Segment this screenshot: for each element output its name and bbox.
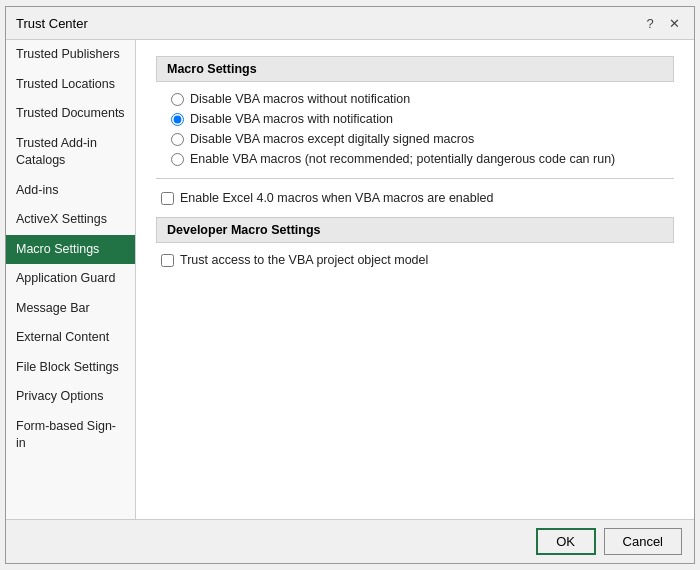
radio-enable-all[interactable] bbox=[171, 153, 184, 166]
sidebar-item-message-bar[interactable]: Message Bar bbox=[6, 294, 135, 324]
sidebar-item-privacy-options[interactable]: Privacy Options bbox=[6, 382, 135, 412]
sidebar-item-add-ins[interactable]: Add-ins bbox=[6, 176, 135, 206]
trust-access-checkbox-item: Trust access to the VBA project object m… bbox=[161, 253, 674, 267]
sidebar: Trusted PublishersTrusted LocationsTrust… bbox=[6, 40, 136, 519]
title-bar: Trust Center ? ✕ bbox=[6, 7, 694, 40]
radio-label-1[interactable]: Disable VBA macros without notification bbox=[190, 92, 410, 106]
dialog-title: Trust Center bbox=[16, 16, 88, 31]
sidebar-item-file-block-settings[interactable]: File Block Settings bbox=[6, 353, 135, 383]
trust-access-checkbox[interactable] bbox=[161, 254, 174, 267]
dialog-body: Trusted PublishersTrusted LocationsTrust… bbox=[6, 40, 694, 519]
developer-macro-header: Developer Macro Settings bbox=[156, 217, 674, 243]
excel-macro-checkbox-item: Enable Excel 4.0 macros when VBA macros … bbox=[161, 191, 674, 205]
radio-item-4: Enable VBA macros (not recommended; pote… bbox=[171, 152, 674, 166]
radio-item-2: Disable VBA macros with notification bbox=[171, 112, 674, 126]
radio-label-3[interactable]: Disable VBA macros except digitally sign… bbox=[190, 132, 474, 146]
radio-label-4[interactable]: Enable VBA macros (not recommended; pote… bbox=[190, 152, 615, 166]
radio-item-1: Disable VBA macros without notification bbox=[171, 92, 674, 106]
radio-item-3: Disable VBA macros except digitally sign… bbox=[171, 132, 674, 146]
excel-macro-label[interactable]: Enable Excel 4.0 macros when VBA macros … bbox=[180, 191, 493, 205]
sidebar-item-external-content[interactable]: External Content bbox=[6, 323, 135, 353]
sidebar-item-trusted-publishers[interactable]: Trusted Publishers bbox=[6, 40, 135, 70]
trust-center-dialog: Trust Center ? ✕ Trusted PublishersTrust… bbox=[5, 6, 695, 564]
macro-settings-header: Macro Settings bbox=[156, 56, 674, 82]
sidebar-item-activex-settings[interactable]: ActiveX Settings bbox=[6, 205, 135, 235]
radio-label-2[interactable]: Disable VBA macros with notification bbox=[190, 112, 393, 126]
dialog-footer: OK Cancel bbox=[6, 519, 694, 563]
sidebar-item-trusted-add-in-catalogs[interactable]: Trusted Add-in Catalogs bbox=[6, 129, 135, 176]
divider-1 bbox=[156, 178, 674, 179]
sidebar-item-trusted-documents[interactable]: Trusted Documents bbox=[6, 99, 135, 129]
excel-macro-checkbox[interactable] bbox=[161, 192, 174, 205]
sidebar-item-macro-settings[interactable]: Macro Settings bbox=[6, 235, 135, 265]
main-content: Macro Settings Disable VBA macros withou… bbox=[136, 40, 694, 519]
cancel-button[interactable]: Cancel bbox=[604, 528, 682, 555]
sidebar-item-application-guard[interactable]: Application Guard bbox=[6, 264, 135, 294]
radio-disable-no-notify[interactable] bbox=[171, 93, 184, 106]
radio-disable-notify[interactable] bbox=[171, 113, 184, 126]
title-bar-controls: ? ✕ bbox=[640, 13, 684, 33]
macro-radio-group: Disable VBA macros without notification … bbox=[171, 92, 674, 166]
sidebar-item-trusted-locations[interactable]: Trusted Locations bbox=[6, 70, 135, 100]
sidebar-item-form-based-sign-in[interactable]: Form-based Sign-in bbox=[6, 412, 135, 459]
close-button[interactable]: ✕ bbox=[664, 13, 684, 33]
help-button[interactable]: ? bbox=[640, 13, 660, 33]
trust-access-label[interactable]: Trust access to the VBA project object m… bbox=[180, 253, 428, 267]
radio-disable-signed[interactable] bbox=[171, 133, 184, 146]
ok-button[interactable]: OK bbox=[536, 528, 596, 555]
developer-section: Developer Macro Settings Trust access to… bbox=[156, 217, 674, 267]
